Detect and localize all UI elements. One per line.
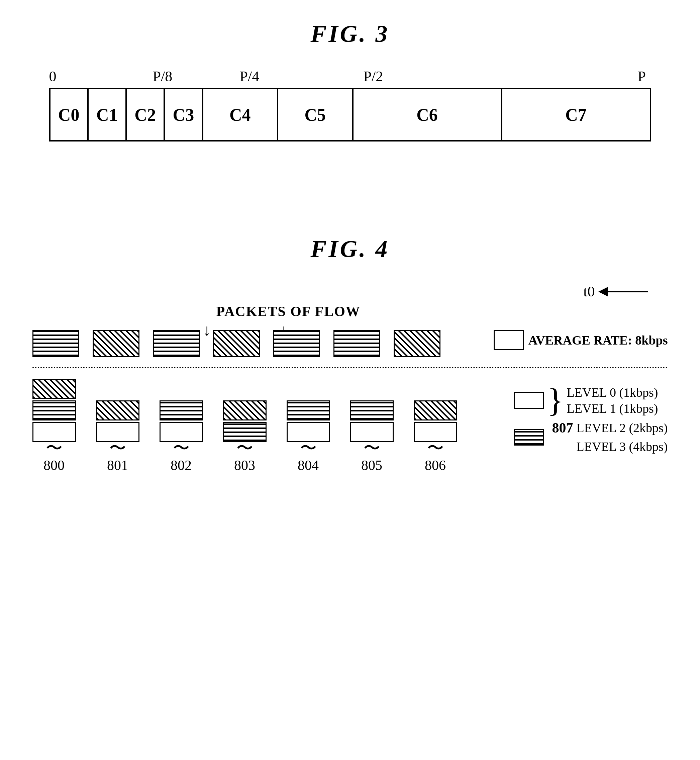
pkt-group-805-label: 805 [361, 457, 382, 473]
axis-label-p8: P/8 [153, 68, 173, 85]
arrow-line [608, 291, 648, 292]
legend-avg-box [494, 330, 524, 350]
pkt-group-805: 〜 805 [350, 400, 394, 473]
fig3-segment-bar: C0 C1 C2 C3 C4 C5 C6 C7 [49, 88, 651, 141]
pkt-group-800: 〜 800 [33, 378, 76, 473]
segment-c3: C3 [165, 89, 203, 140]
axis-label-p: P [638, 68, 646, 85]
pkt-804-tail: 〜 [300, 441, 317, 455]
axis-label-p2: P/2 [364, 68, 383, 85]
segment-c0: C0 [50, 89, 89, 140]
t0-arrow [598, 287, 648, 296]
packets-of-flow-label: PACKETS OF FLOW [216, 303, 361, 319]
legend-level0-row: } LEVEL 0 (1kbps) LEVEL 1 (1kbps) [514, 385, 668, 416]
pkt-800-layer1 [33, 400, 76, 421]
segment-c7: C7 [502, 89, 650, 140]
pkt-805-layer1 [350, 400, 394, 421]
legend-level0-box [514, 392, 544, 409]
fig4-title: FIG. 4 [310, 235, 389, 263]
dotted-divider [33, 367, 668, 368]
legend-level1-box [514, 429, 544, 446]
pkt-group-803-label: 803 [234, 457, 255, 473]
arrow-head-icon [598, 287, 608, 296]
legend-levels-text: LEVEL 0 (1kbps) LEVEL 1 (1kbps) [567, 385, 658, 416]
axis-label-p4: P/4 [240, 68, 259, 85]
pkt-800-layer2 [33, 379, 76, 399]
legend-level3-text: LEVEL 3 (4kbps) [577, 439, 668, 454]
fig3-title: FIG. 3 [310, 20, 389, 48]
segment-c2: C2 [127, 89, 165, 140]
brace-icon: } [547, 390, 564, 410]
axis-label-0: 0 [49, 68, 56, 85]
pkt-803-layer2 [223, 400, 267, 421]
legend-807-group: 807 LEVEL 2 (2kbps) 807 LEVEL 3 (4kbps) [552, 420, 668, 455]
stream-pkt-6 [394, 330, 441, 357]
pkt-group-802-label: 802 [170, 457, 192, 473]
legend-container: AVERAGE RATE: 8kbps [494, 327, 668, 350]
legend-807-row: 807 LEVEL 2 (2kbps) [552, 420, 668, 436]
stream-pkt-1 [93, 330, 139, 357]
pkt-group-806: 〜 806 [414, 400, 457, 473]
pkt-802-tail: 〜 [173, 441, 190, 455]
page: FIG. 3 0 P/8 P/4 P/2 P C0 C1 C2 C3 C4 C5… [0, 0, 700, 760]
legend-level1-text: LEVEL 1 (1kbps) [567, 401, 658, 416]
t0-row: t0 [33, 283, 668, 300]
legend-level3-row: 807 LEVEL 3 (4kbps) [552, 439, 668, 455]
pkt-group-804-label: 804 [298, 457, 319, 473]
stream-pkt-5 [333, 330, 380, 357]
pkt-group-801: 〜 801 [96, 400, 139, 473]
pkt-801-tail: 〜 [109, 441, 126, 455]
fig4-section: t0 PACKETS OF FLOW ↓ ↓ [33, 283, 668, 473]
legend-level0-text: LEVEL 0 (1kbps) [567, 385, 658, 400]
bottom-section: 〜 800 〜 801 〜 802 [33, 378, 668, 473]
bottom-packet-groups: 〜 800 〜 801 〜 802 [33, 378, 501, 473]
pkt-806-tail: 〜 [427, 441, 444, 455]
stream-pkt-4 [273, 330, 320, 357]
segment-c6: C6 [353, 89, 502, 140]
legend-level2-text: LEVEL 2 (2kbps) [577, 421, 668, 435]
pkt-group-803: 〜 803 [223, 400, 267, 473]
t0-label: t0 [583, 283, 595, 300]
segment-c5: C5 [278, 89, 353, 140]
legend-807-number: 807 [552, 420, 573, 436]
pkt-group-802: 〜 802 [159, 400, 203, 473]
stream-pkt-3 [213, 330, 260, 357]
pkt-803-tail: 〜 [236, 441, 253, 455]
packets-label-area: PACKETS OF FLOW ↓ ↓ [33, 303, 668, 330]
pkt-806-layer2 [414, 400, 457, 421]
fig3-axis: 0 P/8 P/4 P/2 P [49, 68, 651, 88]
legend-brace-01: } [547, 390, 564, 410]
legend-level1-row: 807 LEVEL 2 (2kbps) 807 LEVEL 3 (4kbps) [514, 420, 668, 455]
pkt-group-806-label: 806 [425, 457, 446, 473]
avg-rate-text: AVERAGE RATE: 8kbps [528, 333, 668, 347]
segment-c4: C4 [203, 89, 278, 140]
bottom-legend: } LEVEL 0 (1kbps) LEVEL 1 (1kbps) 807 LE… [514, 385, 668, 455]
stream-pkt-2 [153, 330, 200, 357]
pkt-group-804: 〜 804 [287, 400, 330, 473]
pkt-804-layer1 [287, 400, 330, 421]
stream-pkt-0 [33, 330, 79, 357]
pkt-805-tail: 〜 [364, 441, 380, 455]
pkt-801-layer1 [96, 400, 139, 421]
pkt-800-tail: 〜 [46, 441, 62, 455]
stream-and-legend: AVERAGE RATE: 8kbps [33, 330, 668, 357]
segment-c1: C1 [89, 89, 127, 140]
pkt-group-800-label: 800 [44, 457, 64, 473]
pkt-group-801-label: 801 [107, 457, 128, 473]
pkt-802-layer1 [159, 400, 203, 421]
